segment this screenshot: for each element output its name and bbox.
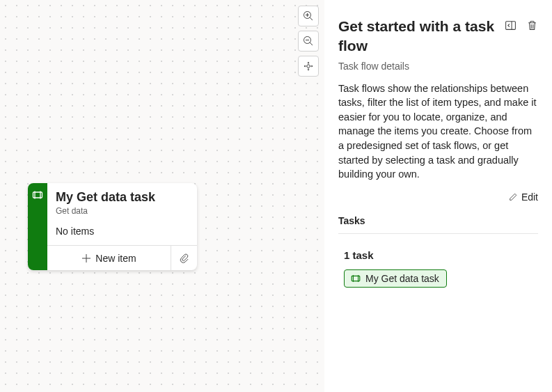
zoom-in-icon <box>303 10 314 22</box>
panel-subtitle: Task flow details <box>338 61 538 72</box>
svg-line-1 <box>310 17 313 20</box>
task-type-icon <box>350 273 361 284</box>
new-item-label: New item <box>95 253 136 264</box>
tasks-section-heading: Tasks <box>338 215 538 234</box>
svg-point-7 <box>307 65 310 68</box>
task-card-body: My Get data task Get data No items New i… <box>47 183 197 270</box>
attach-item-button[interactable] <box>171 246 197 270</box>
edit-button[interactable]: Edit <box>338 191 538 215</box>
zoom-out-button[interactable] <box>298 31 319 52</box>
panel-title: Get started with a task flow <box>338 17 505 56</box>
svg-rect-17 <box>506 22 516 30</box>
fit-icon <box>303 61 314 72</box>
delete-button[interactable] <box>526 19 538 31</box>
panel-expand-button[interactable] <box>505 19 516 31</box>
task-card-stripe <box>28 183 47 270</box>
task-chip[interactable]: My Get data task <box>344 269 447 288</box>
trash-icon <box>526 19 538 31</box>
new-item-button[interactable]: New item <box>47 253 171 264</box>
zoom-out-icon <box>303 36 314 47</box>
expand-panel-icon <box>505 19 516 31</box>
edit-label: Edit <box>521 191 538 203</box>
task-card-title: My Get data task <box>56 190 189 205</box>
task-card-items-text: No items <box>56 226 189 237</box>
zoom-in-button[interactable] <box>298 6 319 26</box>
tasks-count-label: 1 task <box>344 249 538 261</box>
task-chip-label: My Get data task <box>365 273 439 284</box>
svg-line-5 <box>310 42 313 45</box>
details-panel: Get started with a task flow Task flow d… <box>324 0 552 392</box>
panel-description: Task flows show the relationships betwee… <box>338 81 538 182</box>
plus-icon <box>81 253 91 263</box>
zoom-fit-button[interactable] <box>298 56 319 77</box>
task-type-icon <box>31 189 44 201</box>
pencil-icon <box>508 192 518 202</box>
flow-canvas[interactable]: My Get data task Get data No items New i… <box>0 0 324 392</box>
paperclip-icon <box>179 253 189 263</box>
task-card-footer: New item <box>47 245 197 270</box>
task-card-subtitle: Get data <box>56 206 189 216</box>
task-card[interactable]: My Get data task Get data No items New i… <box>28 183 197 270</box>
zoom-controls <box>298 6 319 77</box>
